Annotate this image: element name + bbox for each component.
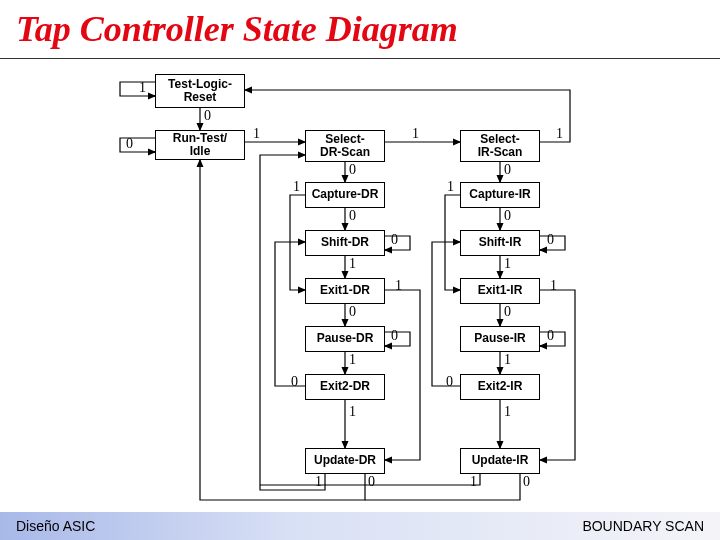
label-cdr-e1dr: 1 bbox=[293, 179, 300, 195]
label-e1dr-udr: 1 bbox=[395, 278, 402, 294]
label-e2dr-udr: 1 bbox=[349, 404, 356, 420]
label-rti-self: 0 bbox=[126, 136, 133, 152]
state-capture-dr: Capture-DR bbox=[305, 182, 385, 208]
label-udr-rti: 0 bbox=[368, 474, 375, 490]
state-update-dr: Update-DR bbox=[305, 448, 385, 474]
state-select-ir-scan: Select-IR-Scan bbox=[460, 130, 540, 162]
state-shift-ir: Shift-IR bbox=[460, 230, 540, 256]
footer-left-text: Diseño ASIC bbox=[16, 518, 95, 534]
state-exit2-dr: Exit2-DR bbox=[305, 374, 385, 400]
state-update-ir: Update-IR bbox=[460, 448, 540, 474]
state-pause-dr: Pause-DR bbox=[305, 326, 385, 352]
footer-bar: Diseño ASIC BOUNDARY SCAN bbox=[0, 512, 720, 540]
state-exit1-ir: Exit1-IR bbox=[460, 278, 540, 304]
label-cdr-shdr: 0 bbox=[349, 208, 356, 224]
label-e1dr-pdr: 0 bbox=[349, 304, 356, 320]
label-pdr-self: 0 bbox=[391, 328, 398, 344]
state-diagram: Test-Logic-Reset Run-Test/Idle Select-DR… bbox=[0, 60, 720, 505]
state-exit1-dr: Exit1-DR bbox=[305, 278, 385, 304]
label-tlr-self: 1 bbox=[139, 80, 146, 96]
label-e1ir-uir: 1 bbox=[550, 278, 557, 294]
state-pause-ir: Pause-IR bbox=[460, 326, 540, 352]
state-test-logic-reset: Test-Logic-Reset bbox=[155, 74, 245, 108]
label-uir-sdr: 1 bbox=[470, 474, 477, 490]
state-run-test-idle: Run-Test/Idle bbox=[155, 130, 245, 160]
label-e2dr-shdr: 0 bbox=[291, 374, 298, 390]
page-title: Tap Controller State Diagram bbox=[0, 0, 720, 59]
label-shdr-e1dr: 1 bbox=[349, 256, 356, 272]
state-capture-ir: Capture-IR bbox=[460, 182, 540, 208]
label-sdr-sir: 1 bbox=[412, 126, 419, 142]
label-pdr-e2dr: 1 bbox=[349, 352, 356, 368]
label-pir-self: 0 bbox=[547, 328, 554, 344]
footer-right-text: BOUNDARY SCAN bbox=[582, 518, 704, 534]
state-select-dr-scan: Select-DR-Scan bbox=[305, 130, 385, 162]
state-exit2-ir: Exit2-IR bbox=[460, 374, 540, 400]
label-shir-self: 0 bbox=[547, 232, 554, 248]
label-uir-rti: 0 bbox=[523, 474, 530, 490]
state-shift-dr: Shift-DR bbox=[305, 230, 385, 256]
label-e1ir-pir: 0 bbox=[504, 304, 511, 320]
label-tlr-rti: 0 bbox=[204, 108, 211, 124]
label-udr-sdr: 1 bbox=[315, 474, 322, 490]
label-cir-shir: 0 bbox=[504, 208, 511, 224]
label-rti-sdr: 1 bbox=[253, 126, 260, 142]
label-sdr-cdr: 0 bbox=[349, 162, 356, 178]
label-cir-e1ir: 1 bbox=[447, 179, 454, 195]
label-e2ir-shir: 0 bbox=[446, 374, 453, 390]
label-sir-tlr: 1 bbox=[556, 126, 563, 142]
label-shdr-self: 0 bbox=[391, 232, 398, 248]
label-sir-cir: 0 bbox=[504, 162, 511, 178]
label-e2ir-uir: 1 bbox=[504, 404, 511, 420]
label-pir-e2ir: 1 bbox=[504, 352, 511, 368]
label-shir-e1ir: 1 bbox=[504, 256, 511, 272]
